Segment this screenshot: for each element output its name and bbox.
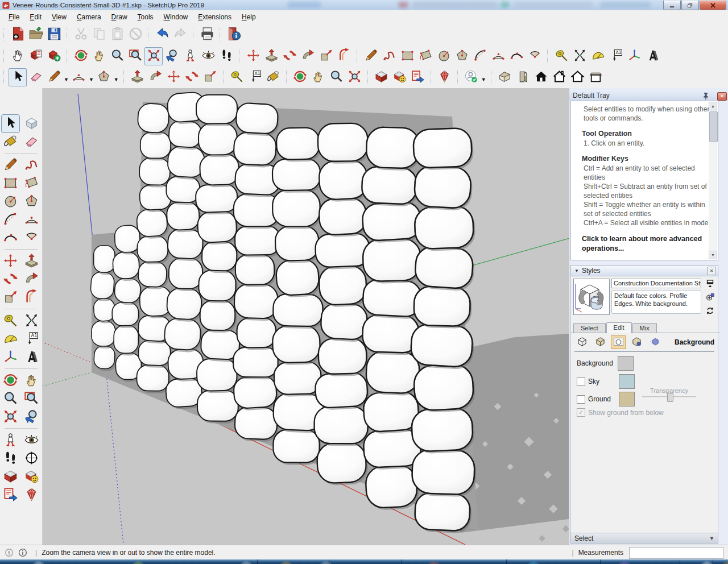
eraser-button[interactable]: [22, 132, 41, 151]
instructor-link[interactable]: Click to learn about more advanced opera…: [582, 234, 712, 254]
watermark-settings-button[interactable]: [629, 335, 644, 349]
toolbar-drag-handle[interactable]: [491, 70, 493, 84]
measurements-input[interactable]: [629, 547, 723, 559]
house-3d-button[interactable]: [496, 68, 514, 86]
move-button[interactable]: [165, 68, 183, 86]
toolbar-drag-handle[interactable]: [547, 49, 549, 63]
zoom-button[interactable]: [1, 389, 20, 408]
menu-file[interactable]: File: [3, 11, 24, 23]
rotate-button[interactable]: [1, 270, 20, 289]
sky-swatch[interactable]: [619, 374, 635, 389]
toolbar-drag-handle[interactable]: [223, 70, 225, 84]
shape-flyout-dropdown-icon[interactable]: ▼: [114, 77, 119, 82]
toolbar-drag-handle[interactable]: [67, 28, 69, 42]
transparency-slider[interactable]: [642, 396, 696, 398]
circle-button[interactable]: [1, 192, 20, 211]
walk-button[interactable]: [1, 449, 20, 468]
zoom-extents-button[interactable]: [144, 47, 163, 65]
walk-button[interactable]: [217, 47, 235, 65]
text-button[interactable]: A1: [607, 47, 625, 65]
protractor-button[interactable]: [1, 330, 20, 349]
print-button[interactable]: [198, 26, 216, 44]
scale-button[interactable]: [201, 68, 220, 86]
freehand-button[interactable]: [380, 47, 398, 65]
model-info-button[interactable]: [225, 26, 243, 44]
taskbar-app-icon[interactable]: [318, 561, 333, 564]
style-thumbnail[interactable]: [573, 279, 610, 315]
line-button[interactable]: [1, 156, 20, 175]
select-button[interactable]: [1, 114, 20, 133]
tab-select[interactable]: Select: [573, 323, 606, 333]
3d-text-button[interactable]: [22, 348, 41, 367]
arc-button[interactable]: [471, 47, 489, 65]
rotated-rectangle-button[interactable]: [22, 174, 41, 193]
zoom-window-button[interactable]: [22, 389, 41, 408]
share-component-button[interactable]: [1, 486, 20, 504]
cut-button[interactable]: [72, 26, 90, 44]
follow-me-button[interactable]: [147, 68, 165, 86]
line-flyout-dropdown-icon[interactable]: ▼: [64, 77, 69, 82]
zoom-extents-button[interactable]: [346, 68, 364, 86]
styles-panel-header[interactable]: ▼ Styles ✕: [570, 265, 718, 276]
extension-warehouse-button[interactable]: [22, 486, 41, 504]
taskbar-app-icon[interactable]: [526, 561, 541, 564]
dimension-button[interactable]: [570, 47, 589, 65]
look-around-button[interactable]: [199, 47, 217, 65]
interact-button[interactable]: [9, 47, 27, 65]
copy-button[interactable]: [90, 26, 108, 44]
house-chimney-button[interactable]: [551, 68, 569, 86]
arc-flyout-button[interactable]: [70, 68, 88, 86]
orbit-button[interactable]: [1, 371, 20, 390]
toolbar-drag-handle[interactable]: [148, 28, 150, 42]
section-button[interactable]: [22, 449, 41, 468]
follow-me-button[interactable]: [299, 47, 317, 65]
save-button[interactable]: [45, 26, 63, 44]
menu-edit[interactable]: Edit: [24, 11, 47, 23]
freehand-button[interactable]: [22, 156, 41, 175]
background-settings-button[interactable]: [611, 335, 626, 349]
home-button[interactable]: [532, 68, 551, 86]
sky-checkbox[interactable]: [577, 378, 585, 386]
rotate-button[interactable]: [280, 47, 299, 65]
pie-button[interactable]: [22, 229, 41, 247]
tray-header[interactable]: Default Tray ✕: [569, 90, 728, 101]
follow-me-button[interactable]: [22, 270, 41, 289]
toolbar-drag-handle[interactable]: [3, 49, 6, 63]
pan-button[interactable]: [22, 371, 41, 390]
undo-button[interactable]: [153, 26, 171, 44]
taskbar-app-icon[interactable]: [279, 561, 293, 564]
taskbar-app-icon[interactable]: [239, 561, 254, 564]
position-camera-button[interactable]: [181, 47, 199, 65]
orbit-button[interactable]: [291, 68, 309, 86]
pan-button[interactable]: [309, 68, 328, 86]
toolbar-drag-handle[interactable]: [357, 49, 359, 63]
taskbar-app-icon[interactable]: [617, 561, 632, 564]
rectangle-button[interactable]: [398, 47, 416, 65]
toolbar-drag-handle[interactable]: [3, 70, 6, 84]
pie-button[interactable]: [526, 47, 544, 65]
rectangle-button[interactable]: [1, 174, 20, 193]
look-around-button[interactable]: [22, 431, 41, 450]
axes-button[interactable]: [625, 47, 643, 65]
offset-button[interactable]: [335, 47, 353, 65]
paste-button[interactable]: [108, 26, 126, 44]
toolbar-drag-handle[interactable]: [123, 70, 126, 84]
push-pull-button[interactable]: [262, 47, 280, 65]
zoom-button[interactable]: [108, 47, 126, 65]
three-point-arc-button[interactable]: [507, 47, 526, 65]
share-component-button[interactable]: [409, 68, 427, 86]
open-button[interactable]: [27, 26, 45, 44]
collapsed-select-panel[interactable]: Select ▼: [570, 533, 718, 544]
menu-window[interactable]: Window: [159, 11, 193, 23]
arc-flyout-dropdown-icon[interactable]: ▼: [89, 77, 94, 82]
user-account-button[interactable]: [462, 68, 481, 86]
paint-bucket-button[interactable]: [264, 68, 283, 86]
toolbar-drag-handle[interactable]: [286, 70, 288, 84]
secondary-pane-icon[interactable]: [705, 279, 715, 288]
three-point-arc-button[interactable]: [1, 229, 20, 247]
zoom-window-button[interactable]: [126, 47, 144, 65]
zoom-extents-button[interactable]: [1, 408, 20, 426]
create-style-icon[interactable]: [705, 292, 715, 302]
tab-edit[interactable]: Edit: [606, 322, 632, 333]
toolbar-drag-handle[interactable]: [193, 28, 195, 42]
